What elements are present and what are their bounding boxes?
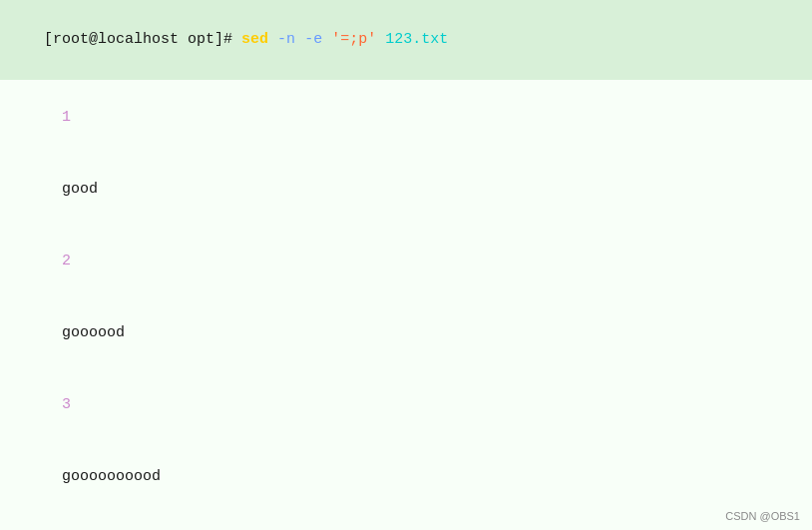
output-area: 1 good 2 goooood 3 goooooooood 4 goodddd…	[0, 80, 812, 530]
cmd-file: 123.txt	[385, 31, 448, 48]
line-content-2: goooood	[62, 324, 125, 341]
output-line-3-content: goooooooood	[8, 441, 804, 513]
line-content-3: goooooooood	[62, 468, 161, 485]
output-line-2-content: goooood	[8, 297, 804, 369]
prompt: [root@localhost opt]#	[44, 31, 241, 48]
line-content-1: good	[62, 181, 98, 198]
line-number-3: 3	[62, 396, 71, 413]
output-line-4-num: 4	[8, 513, 804, 530]
output-line-3-num: 3	[8, 369, 804, 441]
line-number-2: 2	[62, 253, 71, 269]
terminal-window: [root@localhost opt]# sed -n -e '=;p' 12…	[0, 0, 812, 530]
command-line: [root@localhost opt]# sed -n -e '=;p' 12…	[0, 0, 812, 80]
output-line-1-num: 1	[8, 82, 804, 154]
cmd-pattern: '=;p'	[331, 31, 376, 48]
output-line-1-content: good	[8, 154, 804, 226]
cmd-flag-e: -e	[304, 31, 322, 48]
output-line-2-num: 2	[8, 226, 804, 297]
line-number-1: 1	[62, 109, 71, 126]
cmd-sed: sed	[241, 31, 268, 48]
cmd-flag-n: -n	[277, 31, 295, 48]
watermark: CSDN @OBS1	[725, 510, 800, 522]
